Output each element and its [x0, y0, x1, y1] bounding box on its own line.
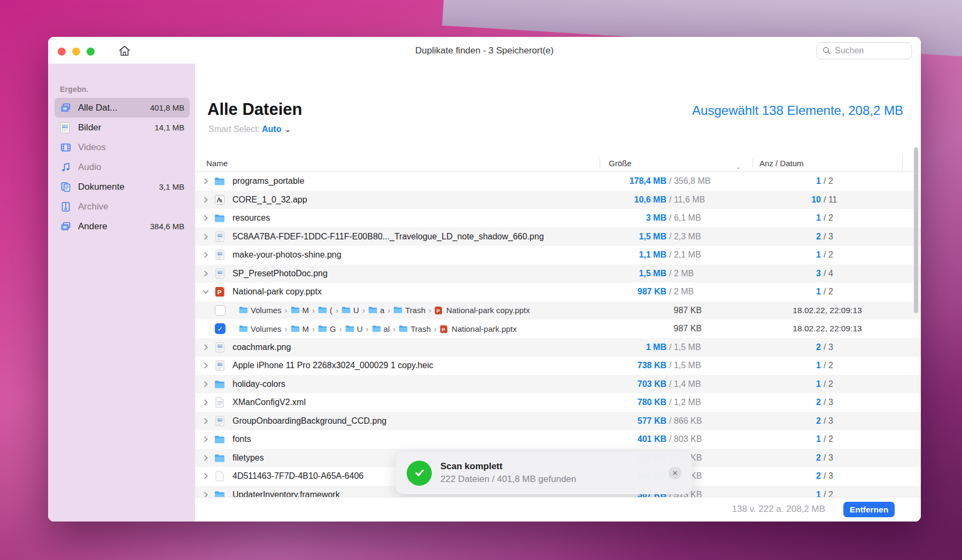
table-row[interactable]: fonts401 KB/ 803 KB1/ 2: [195, 430, 921, 449]
sidebar-item-audio[interactable]: Audio: [55, 157, 190, 177]
toast-message: 222 Dateien / 401,8 MB gefunden: [440, 474, 576, 485]
chevron-right-icon[interactable]: [200, 380, 212, 388]
count-total: / 2: [824, 361, 833, 370]
file-name: GroupOnboardingBackground_CCD.png: [232, 416, 600, 426]
table-row[interactable]: XManConfigV2.xml780 KB/ 1,2 MB2/ 3: [195, 393, 921, 412]
search-placeholder: Suchen: [835, 46, 864, 56]
search-input[interactable]: Suchen: [817, 42, 912, 59]
image-icon: [214, 231, 226, 242]
duplicate-file-name: National-park.pptx: [452, 324, 517, 333]
folder-icon: [393, 306, 402, 314]
file-name: resources: [232, 213, 600, 223]
table-row[interactable]: CORE_1_0_32.app10,6 MB/ 11,6 MB10/ 11: [195, 191, 921, 209]
sidebar-item-bilder[interactable]: Bilder14,1 MB: [55, 118, 190, 137]
count-selected: 1: [752, 490, 821, 497]
duplicate-sub-row[interactable]: ✓ Volumes› M› G› U› al› Trash› PNational…: [195, 320, 921, 338]
count-selected: 1: [752, 379, 821, 389]
duplicate-checkbox[interactable]: ✓: [215, 323, 226, 334]
size-cell: 577 KB/ 866 KB: [600, 416, 752, 426]
count-cell: 10/ 11: [752, 195, 902, 205]
breadcrumb-separator: ›: [335, 306, 339, 315]
smart-select-dropdown[interactable]: Smart Select:Auto⌄: [208, 125, 291, 134]
breadcrumb-segment: a: [380, 306, 384, 315]
chevron-right-icon[interactable]: [200, 343, 212, 352]
archive-icon: [60, 201, 72, 213]
sidebar-item-alle-dat-[interactable]: Alle Dat...401,8 MB: [55, 98, 190, 118]
toast-close-icon[interactable]: ✕: [669, 466, 681, 479]
chevron-right-icon[interactable]: [200, 491, 212, 497]
duplicate-sub-row[interactable]: Volumes› M› (› U› a› Trash› PNational-pa…: [195, 301, 921, 320]
chevron-right-icon[interactable]: [200, 196, 212, 204]
file-name: Apple iPhone 11 Pro 2268x3024_000029 1 c…: [232, 361, 600, 370]
size-selected: 703 KB: [600, 379, 666, 389]
table-row[interactable]: GroupOnboardingBackground_CCD.png577 KB/…: [195, 412, 921, 431]
breadcrumb-separator: ›: [366, 324, 369, 333]
table-row[interactable]: 5C8AA7BA-FDEF-1DDC-F11F-E00B80..._Travel…: [195, 228, 921, 246]
breadcrumb-separator: ›: [284, 306, 288, 315]
sidebar-item-dokumente[interactable]: Dokumente3,1 MB: [55, 177, 190, 197]
sidebar-item-label: Archive: [78, 201, 184, 212]
app-window: Duplikate finden - 3 Speicherort(e) Such…: [48, 37, 921, 522]
pptx-icon: P: [440, 325, 449, 333]
chevron-right-icon[interactable]: [200, 232, 212, 241]
remove-button[interactable]: Entfernen: [843, 502, 895, 517]
chevron-right-icon[interactable]: [200, 472, 212, 480]
size-selected: 987 KB: [600, 287, 666, 297]
chevron-right-icon[interactable]: [200, 251, 212, 259]
smart-select-label: Smart Select:: [208, 125, 260, 134]
breadcrumb-segment: Trash: [410, 324, 431, 333]
size-total: / 6,1 MB: [669, 213, 701, 223]
count-total: / 3: [824, 343, 833, 352]
scan-complete-toast: Scan komplett 222 Dateien / 401,8 MB gef…: [395, 452, 692, 494]
duplicate-checkbox[interactable]: [215, 305, 226, 316]
count-cell: 1/ 2: [752, 176, 902, 186]
count-total: / 2: [824, 379, 833, 389]
chevron-right-icon[interactable]: [200, 269, 212, 278]
size-cell: 1 MB/ 1,5 MB: [600, 343, 752, 352]
folder-icon: [214, 213, 226, 223]
file-name: holiday-colors: [232, 379, 600, 389]
date-value: 18.02.22, 22:09:13: [752, 306, 902, 315]
chevron-right-icon[interactable]: [200, 435, 212, 444]
size-value: 987 KB: [600, 306, 752, 315]
chevron-right-icon[interactable]: [200, 214, 212, 222]
sidebar-item-andere[interactable]: Andere384,6 MB: [55, 216, 190, 236]
chevron-right-icon[interactable]: [200, 417, 212, 425]
film-icon: [60, 142, 72, 153]
table-row[interactable]: coachmark.png1 MB/ 1,5 MB2/ 3: [195, 338, 921, 357]
table-row[interactable]: PNational-park copy.pptx987 KB/ 2 MB1/ 2: [195, 283, 921, 301]
scrollbar-thumb[interactable]: [914, 147, 918, 313]
column-header-size[interactable]: Größe ⌄: [600, 159, 752, 168]
chevron-right-icon[interactable]: [200, 177, 212, 185]
breadcrumb-segment: M: [302, 324, 309, 333]
table-row[interactable]: holiday-colors703 KB/ 1,4 MB1/ 2: [195, 375, 921, 394]
count-total: / 3: [824, 471, 833, 481]
size-cell: 987 KB: [600, 324, 752, 333]
count-cell: 2/ 3: [752, 343, 902, 352]
sidebar-section-label: Ergebn.: [60, 85, 195, 94]
chevron-right-icon[interactable]: [200, 398, 212, 407]
table-row[interactable]: resources3 MB/ 6,1 MB1/ 2: [195, 209, 921, 228]
table-row[interactable]: SP_PresetPhotoDoc.png1,5 MB/ 2 MB3/ 4: [195, 265, 921, 283]
sidebar-item-size: 14,1 MB: [154, 123, 184, 132]
chevron-down-icon[interactable]: [200, 287, 212, 296]
table-row[interactable]: make-your-photos-shine.png1,1 MB/ 2,1 MB…: [195, 246, 921, 265]
column-header-anz-datum[interactable]: Anz / Datum: [752, 159, 902, 168]
table-header: Name Größe ⌄ Anz / Datum: [195, 155, 921, 172]
breadcrumb-separator: ›: [312, 306, 315, 315]
size-total: / 1,2 MB: [669, 398, 701, 407]
column-header-name[interactable]: Name: [195, 159, 600, 168]
selection-summary: Ausgewählt 138 Elemente, 208,2 MB: [692, 103, 903, 118]
chevron-right-icon[interactable]: [200, 361, 212, 370]
table-row[interactable]: programs_portable178,4 MB/ 356,8 MB1/ 2: [195, 172, 921, 191]
breadcrumb-segment: M: [302, 306, 309, 315]
stack-icon: [60, 102, 72, 114]
size-cell: 780 KB/ 1,2 MB: [600, 398, 752, 407]
image-icon: [60, 122, 72, 134]
count-total: / 2: [824, 490, 833, 497]
sidebar-item-archive[interactable]: Archive: [55, 197, 190, 216]
sidebar-item-videos[interactable]: Videos: [55, 137, 190, 157]
table-row[interactable]: Apple iPhone 11 Pro 2268x3024_000029 1 c…: [195, 356, 921, 375]
chevron-right-icon[interactable]: [200, 454, 212, 462]
sidebar-item-size: 384,6 MB: [150, 222, 184, 231]
